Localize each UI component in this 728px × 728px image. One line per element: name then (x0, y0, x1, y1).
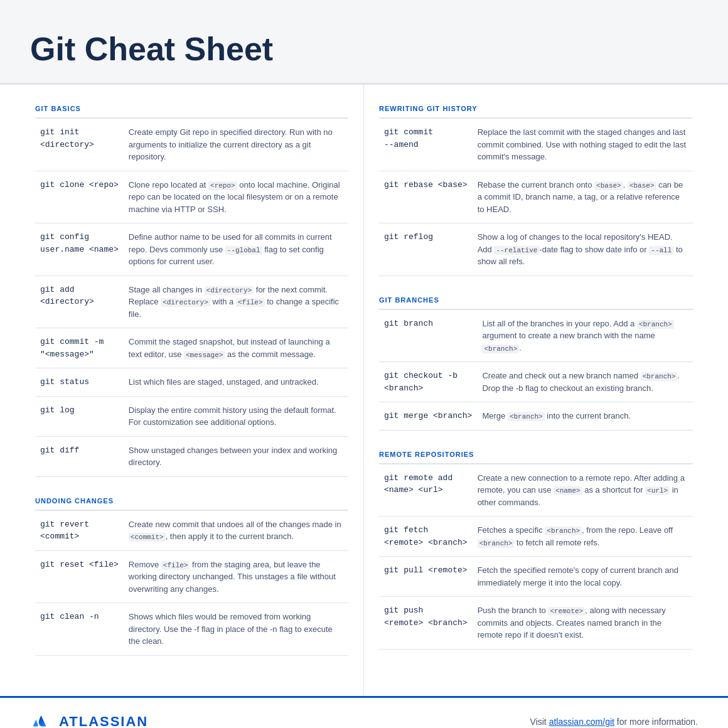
undoing-changes-table: git revert <commit>Create new commit tha… (35, 511, 348, 656)
description-cell: Remove <file> from the staging area, but… (124, 550, 348, 603)
atlassian-logo: ATLASSIAN (30, 710, 148, 729)
description-cell: Clone repo located at <repo> onto local … (124, 171, 348, 223)
section-remote-repos: REMOTE REPOSITORIES git remote add <name… (379, 451, 693, 650)
table-row: git diffShow unstaged changes between yo… (35, 436, 348, 476)
table-row: git pull <remote>Fetch the specified rem… (379, 557, 693, 597)
table-row: git reset <file>Remove <file> from the s… (35, 550, 348, 603)
table-row: git commit --amendReplace the last commi… (379, 119, 693, 171)
section-git-branches: GIT BRANCHES git branchList all of the b… (379, 296, 693, 431)
description-cell: Display the entire commit history using … (124, 396, 348, 436)
section-title-git-branches: GIT BRANCHES (379, 296, 693, 310)
command-cell: git log (35, 396, 124, 436)
section-undoing-changes: UNDOING CHANGES git revert <commit>Creat… (35, 497, 348, 656)
table-row: git branchList all of the branches in yo… (379, 310, 693, 362)
description-cell: Show a log of changes to the local repos… (473, 223, 693, 276)
table-row: git merge <branch>Merge <branch> into th… (379, 402, 693, 431)
command-cell: git remote add <name> <url> (379, 464, 473, 517)
remote-repos-table: git remote add <name> <url>Create a new … (379, 464, 693, 650)
description-cell: Create and check out a new branch named … (477, 362, 693, 402)
table-row: git add <directory>Stage all changes in … (35, 276, 348, 328)
description-cell: Fetch the specified remote's copy of cur… (473, 557, 693, 597)
description-cell: Fetches a specific <branch>, from the re… (473, 517, 693, 557)
description-cell: Commit the staged snapshot, but instead … (124, 328, 348, 368)
table-row: git logDisplay the entire commit history… (35, 396, 348, 436)
left-column: GIT BASICS git init <directory>Create em… (20, 85, 364, 696)
table-row: git config user.name <name>Define author… (35, 223, 348, 276)
header: Git Cheat Sheet (0, 0, 728, 85)
section-title-remote-repos: REMOTE REPOSITORIES (379, 451, 693, 464)
table-row: git revert <commit>Create new commit tha… (35, 511, 348, 551)
atlassian-logo-icon (30, 710, 53, 729)
description-cell: Stage all changes in <directory> for the… (124, 276, 348, 328)
right-column: REWRITING GIT HISTORY git commit --amend… (364, 85, 708, 696)
description-cell: List all of the branches in your repo. A… (477, 310, 693, 362)
command-cell: git push <remote> <branch> (379, 597, 473, 650)
command-cell: git status (35, 368, 124, 397)
description-cell: Replace the last commit with the staged … (473, 119, 693, 171)
section-title-undoing-changes: UNDOING CHANGES (35, 497, 348, 511)
table-row: git reflogShow a log of changes to the l… (379, 223, 693, 276)
description-cell: List which files are staged, unstaged, a… (124, 368, 348, 397)
atlassian-logo-text: ATLASSIAN (59, 714, 148, 729)
command-cell: git commit -m "<message>" (35, 328, 124, 368)
command-cell: git commit --amend (379, 119, 473, 171)
table-row: git clean -nShows which files would be r… (35, 603, 348, 656)
table-row: git statusList which files are staged, u… (35, 368, 348, 397)
command-cell: git config user.name <name> (35, 223, 124, 276)
description-cell: Create new commit that undoes all of the… (124, 511, 348, 551)
command-cell: git fetch <remote> <branch> (379, 517, 473, 557)
git-basics-table: git init <directory>Create empty Git rep… (35, 119, 348, 477)
command-cell: git checkout -b <branch> (379, 362, 477, 402)
table-row: git push <remote> <branch>Push the branc… (379, 597, 693, 650)
atlassian-git-link[interactable]: atlassian.com/git (549, 717, 614, 727)
git-branches-table: git branchList all of the branches in yo… (379, 310, 693, 431)
table-row: git clone <repo>Clone repo located at <r… (35, 171, 348, 223)
command-cell: git merge <branch> (379, 402, 477, 431)
description-cell: Create a new connection to a remote repo… (473, 464, 693, 517)
command-cell: git clean -n (35, 603, 124, 656)
footer-visit-text: Visit atlassian.com/git for more informa… (530, 717, 698, 727)
command-cell: git diff (35, 436, 124, 476)
table-row: git init <directory>Create empty Git rep… (35, 119, 348, 171)
command-cell: git rebase <base> (379, 171, 473, 223)
description-cell: Shows which files would be removed from … (124, 603, 348, 656)
section-title-rewriting-history: REWRITING GIT HISTORY (379, 105, 693, 119)
table-row: git checkout -b <branch>Create and check… (379, 362, 693, 402)
description-cell: Merge <branch> into the current branch. (477, 402, 693, 431)
section-git-basics: GIT BASICS git init <directory>Create em… (35, 105, 348, 477)
description-cell: Define author name to be used for all co… (124, 223, 348, 276)
table-row: git fetch <remote> <branch>Fetches a spe… (379, 517, 693, 557)
table-row: git rebase <base>Rebase the current bran… (379, 171, 693, 223)
table-row: git remote add <name> <url>Create a new … (379, 464, 693, 517)
command-cell: git clone <repo> (35, 171, 124, 223)
command-cell: git revert <commit> (35, 511, 124, 551)
page-title: Git Cheat Sheet (30, 30, 698, 68)
description-cell: Push the branch to <remote>, along with … (473, 597, 693, 650)
description-cell: Show unstaged changes between your index… (124, 436, 348, 476)
command-cell: git branch (379, 310, 477, 362)
rewriting-history-table: git commit --amendReplace the last commi… (379, 119, 693, 276)
section-title-git-basics: GIT BASICS (35, 105, 348, 119)
command-cell: git pull <remote> (379, 557, 473, 597)
command-cell: git init <directory> (35, 119, 124, 171)
section-rewriting-history: REWRITING GIT HISTORY git commit --amend… (379, 105, 693, 276)
description-cell: Rebase the current branch onto <base>. <… (473, 171, 693, 223)
description-cell: Create empty Git repo in specified direc… (124, 119, 348, 171)
table-row: git commit -m "<message>"Commit the stag… (35, 328, 348, 368)
command-cell: git reflog (379, 223, 473, 276)
command-cell: git reset <file> (35, 550, 124, 603)
command-cell: git add <directory> (35, 276, 124, 328)
footer: ATLASSIAN Visit atlassian.com/git for mo… (0, 696, 728, 729)
